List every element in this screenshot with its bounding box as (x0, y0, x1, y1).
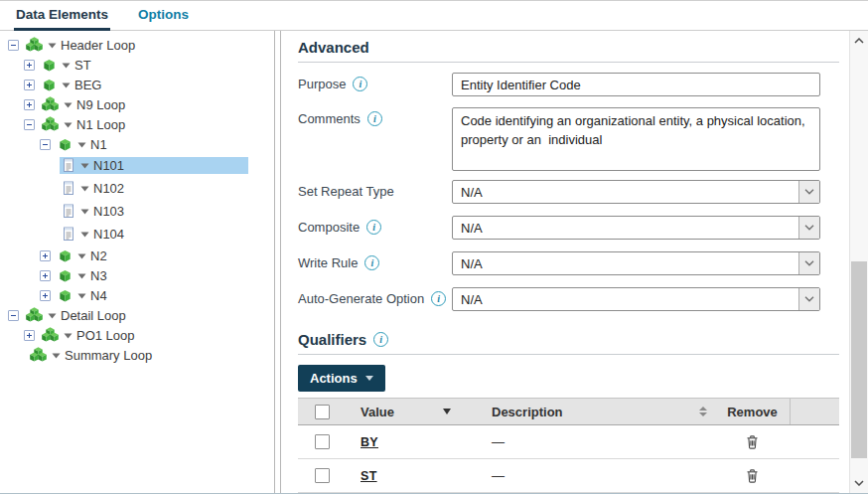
tree-item-n104[interactable]: N104 (0, 223, 274, 246)
qualifier-value-link[interactable]: BY (361, 435, 378, 449)
tree-item-po1-loop[interactable]: PO1 Loop (0, 325, 274, 345)
tree-item-content[interactable]: N3 (56, 267, 248, 284)
tree-item-n101[interactable]: N101 (0, 154, 274, 177)
tree-item-n3[interactable]: N3 (0, 265, 274, 285)
tree-item-content[interactable]: N1 Loop (40, 115, 248, 133)
qualifier-description: — (492, 468, 505, 483)
caret-down-icon[interactable] (77, 253, 86, 259)
info-icon[interactable]: i (431, 291, 446, 306)
tree-item-content[interactable]: N102 (60, 180, 248, 197)
collapse-icon[interactable] (40, 139, 51, 150)
caret-down-icon[interactable] (80, 163, 89, 169)
collapse-icon[interactable] (8, 310, 19, 321)
info-icon[interactable]: i (364, 255, 379, 270)
actions-button[interactable]: Actions (298, 365, 385, 392)
info-icon[interactable]: i (353, 77, 367, 91)
auto-generate-option-select[interactable]: N/A (452, 287, 820, 311)
collapse-icon[interactable] (24, 119, 35, 130)
caret-down-icon[interactable] (80, 209, 89, 215)
tree-item-content[interactable]: N104 (60, 226, 248, 243)
chevron-down-icon[interactable] (798, 252, 819, 274)
expand-icon[interactable] (40, 290, 51, 301)
expand-icon[interactable] (40, 270, 51, 281)
tree-item-content[interactable]: N9 Loop (40, 95, 248, 113)
tree-item-n2[interactable]: N2 (0, 246, 274, 265)
select-all-checkbox[interactable] (315, 405, 330, 419)
tree-item-content[interactable]: N1 (56, 136, 248, 153)
tree-item-n1[interactable]: N1 (0, 134, 274, 154)
purpose-field[interactable] (452, 73, 820, 96)
scroll-down-icon[interactable] (850, 480, 868, 486)
tree-item-n9-loop[interactable]: N9 Loop (0, 94, 274, 114)
comments-field[interactable]: Code identifying an organizational entit… (452, 107, 820, 171)
tree-item-content[interactable]: ST (40, 57, 248, 74)
info-icon[interactable]: i (367, 111, 382, 126)
scrollbar-thumb[interactable] (851, 261, 867, 458)
tree-item-content[interactable]: N2 (56, 247, 248, 264)
chevron-down-icon[interactable] (798, 288, 819, 310)
caret-down-icon[interactable] (77, 142, 86, 148)
tree-item-content[interactable]: N4 (56, 287, 248, 304)
table-spare-column (790, 459, 839, 492)
caret-down-icon[interactable] (48, 43, 57, 49)
set-repeat-type-select[interactable]: N/A (452, 180, 820, 204)
tab-options[interactable]: Options (136, 1, 191, 31)
vertical-scrollbar[interactable] (849, 31, 868, 493)
caret-down-icon[interactable] (80, 232, 89, 238)
caret-down-icon[interactable] (62, 63, 71, 69)
qualifiers-table: Value Description Remove BY— ST— (298, 398, 839, 493)
tree-item-beg[interactable]: BEG (0, 75, 274, 94)
chevron-down-icon[interactable] (798, 181, 819, 203)
expand-icon[interactable] (24, 60, 35, 71)
column-header-value[interactable]: Value (361, 405, 394, 419)
table-spare-column (790, 399, 839, 424)
tree-item-n1-loop[interactable]: N1 Loop (0, 114, 274, 134)
tree-item-n102[interactable]: N102 (0, 177, 274, 200)
expand-icon[interactable] (24, 99, 35, 110)
tree-item-content[interactable]: Header Loop (24, 36, 248, 54)
tree-item-n4[interactable]: N4 (0, 285, 274, 305)
tree-item-n103[interactable]: N103 (0, 200, 274, 223)
sort-both-icon[interactable] (699, 407, 707, 416)
expand-icon[interactable] (24, 330, 35, 341)
sort-desc-icon[interactable] (443, 409, 451, 414)
expand-icon[interactable] (24, 80, 35, 90)
caret-down-icon[interactable] (48, 313, 57, 319)
trash-icon[interactable] (745, 434, 760, 450)
row-checkbox[interactable] (315, 434, 330, 449)
trash-icon[interactable] (745, 468, 760, 484)
caret-down-icon[interactable] (52, 353, 61, 359)
caret-down-icon[interactable] (62, 82, 71, 88)
write-rule-select[interactable]: N/A (452, 251, 820, 275)
tree-item-content[interactable]: N101 (60, 157, 248, 174)
tree-item-content[interactable]: Summary Loop (28, 346, 248, 364)
tree-item-summary-loop[interactable]: Summary Loop (0, 345, 274, 365)
caret-down-icon[interactable] (64, 333, 72, 339)
tree-item-header-loop[interactable]: Header Loop (0, 35, 274, 55)
info-icon[interactable]: i (366, 220, 381, 235)
segment-icon (42, 78, 57, 92)
expand-icon[interactable] (40, 250, 51, 261)
tree-item-content[interactable]: BEG (40, 77, 248, 93)
tree-item-content[interactable]: N103 (60, 203, 248, 220)
tree-item-label: PO1 Loop (76, 328, 135, 343)
qualifier-value-link[interactable]: ST (361, 469, 377, 483)
caret-down-icon[interactable] (77, 293, 86, 299)
column-header-description[interactable]: Description (492, 405, 563, 419)
tree-item-st[interactable]: ST (0, 55, 274, 75)
tab-data-elements[interactable]: Data Elements (14, 1, 110, 31)
tree-item-content[interactable]: Detail Loop (24, 306, 248, 324)
caret-down-icon[interactable] (80, 186, 89, 192)
tree-item-label: N4 (90, 288, 107, 303)
tree-item-detail-loop[interactable]: Detail Loop (0, 305, 274, 325)
row-checkbox[interactable] (315, 468, 330, 483)
info-icon[interactable]: i (373, 332, 388, 347)
composite-select[interactable]: N/A (452, 216, 820, 240)
scroll-up-icon[interactable] (850, 38, 868, 44)
caret-down-icon[interactable] (64, 102, 72, 108)
caret-down-icon[interactable] (64, 122, 72, 128)
collapse-icon[interactable] (8, 40, 19, 51)
tree-item-content[interactable]: PO1 Loop (40, 326, 248, 344)
chevron-down-icon[interactable] (798, 217, 819, 239)
caret-down-icon[interactable] (77, 273, 86, 279)
